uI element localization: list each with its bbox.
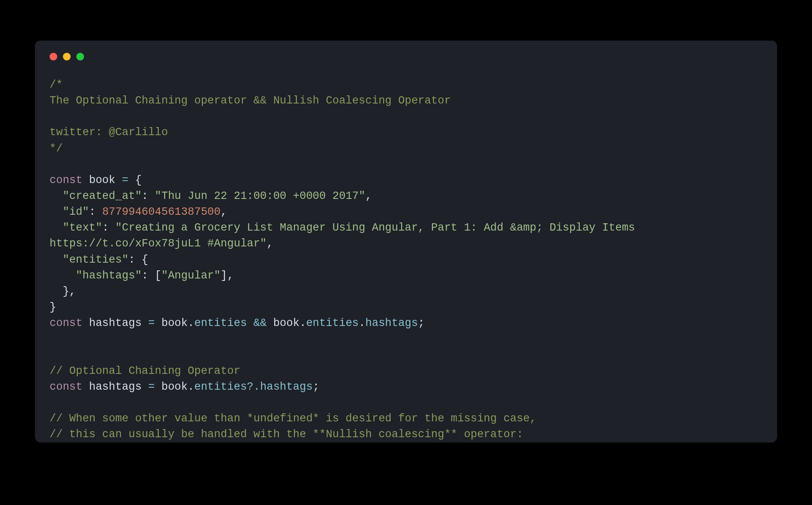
dot: . [300,317,306,329]
brace: { [142,254,148,266]
property: entities [306,317,359,329]
bracket: ] [220,270,227,282]
semicolon: ; [313,381,319,393]
keyword: const [50,317,82,329]
comment-line: /* [50,79,63,91]
window-controls [50,53,84,60]
comment-line: // this can usually be handled with the … [50,428,523,440]
minimize-icon[interactable] [63,53,71,60]
operator: = [148,317,155,329]
zoom-icon[interactable] [76,53,84,60]
property: entities [194,381,247,393]
string: "Angular" [161,270,220,282]
keyword: const [50,381,82,393]
bracket: [ [155,270,161,282]
identifier: hashtags [89,381,142,393]
identifier: book [161,381,188,393]
dot: . [188,381,194,393]
colon: : [142,190,148,202]
object-key: "id" [63,206,89,218]
property: entities [194,317,247,329]
code-block: /* The Optional Chaining operator && Nul… [50,77,762,442]
keyword: const [50,174,82,186]
identifier: book [273,317,300,329]
identifier: book [161,317,188,329]
string: "Thu Jun 22 21:00:00 +0000 2017" [155,190,365,202]
dot: . [359,317,365,329]
object-key: "hashtags" [76,270,142,282]
comment-line: The Optional Chaining operator && Nullis… [50,95,451,107]
colon: : [128,254,135,266]
operator: && [253,317,266,329]
colon: : [89,206,95,218]
comma: , [69,285,76,298]
property: hashtags [260,381,313,393]
comma: , [220,206,227,218]
operator: = [148,381,155,393]
brace: } [63,285,69,298]
object-key: "text" [63,222,102,234]
optional-chain: ?. [247,381,260,393]
comma: , [365,190,372,202]
code-window: /* The Optional Chaining operator && Nul… [35,41,777,442]
property: hashtags [365,317,418,329]
colon: : [142,270,148,282]
semicolon: ; [418,317,424,329]
comment-line: */ [50,142,63,155]
comment-line: // Optional Chaining Operator [50,365,240,377]
dot: . [188,317,194,329]
comment-line: // When some other value than *undefined… [50,412,536,425]
comma: , [267,237,273,250]
operator: = [122,174,128,186]
colon: : [102,222,109,234]
number: 877994604561387500 [102,206,221,218]
brace: } [50,301,56,313]
close-icon[interactable] [50,53,57,60]
string: "Creating a Grocery List Manager Using A… [50,222,641,250]
identifier: book [89,174,115,186]
object-key: "created_at" [63,190,141,202]
object-key: "entities" [63,254,128,266]
comment-line: twitter: @Carlillo [50,126,168,138]
brace: { [135,174,142,186]
comma: , [227,270,233,282]
identifier: hashtags [89,317,142,329]
